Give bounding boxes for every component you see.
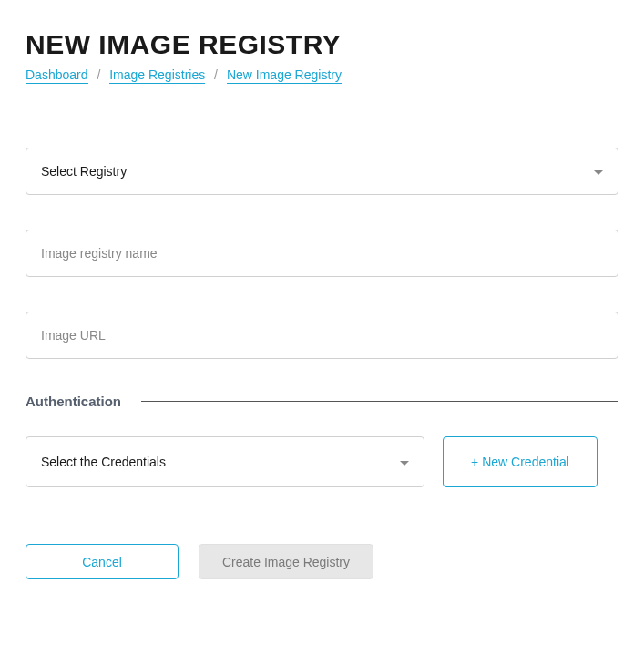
breadcrumb-image-registries[interactable]: Image Registries <box>109 67 205 84</box>
registry-name-input[interactable] <box>41 246 603 261</box>
breadcrumb-separator: / <box>97 67 100 82</box>
cancel-button[interactable]: Cancel <box>26 544 179 579</box>
breadcrumb-separator: / <box>214 67 218 82</box>
breadcrumb-dashboard[interactable]: Dashboard <box>26 67 88 84</box>
new-credential-button[interactable]: + New Credential <box>443 436 598 487</box>
image-url-input-wrapper <box>26 312 618 359</box>
create-image-registry-button[interactable]: Create Image Registry <box>199 544 373 579</box>
registry-select[interactable]: Select Registry <box>26 148 618 195</box>
authentication-section-header: Authentication <box>26 394 618 409</box>
page-title: NEW IMAGE REGISTRY <box>26 29 618 60</box>
breadcrumb: Dashboard / Image Registries / New Image… <box>26 67 618 82</box>
registry-select-value: Select Registry <box>41 164 127 179</box>
chevron-down-icon <box>400 455 409 469</box>
credentials-select[interactable]: Select the Credentials <box>26 436 424 487</box>
chevron-down-icon <box>594 164 603 179</box>
credentials-select-value: Select the Credentials <box>41 455 166 469</box>
authentication-title: Authentication <box>26 394 121 409</box>
image-url-input[interactable] <box>41 328 603 343</box>
registry-name-input-wrapper <box>26 230 618 277</box>
section-divider <box>141 401 618 402</box>
breadcrumb-new-image-registry[interactable]: New Image Registry <box>227 67 342 84</box>
